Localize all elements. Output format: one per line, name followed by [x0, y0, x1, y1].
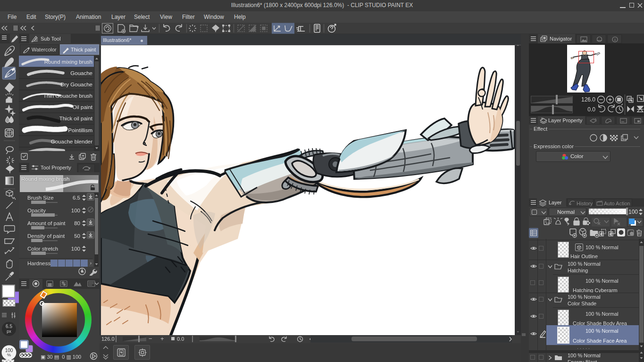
- svg-text:Gouache blender: Gouache blender: [51, 139, 92, 144]
- svg-text:%: %: [7, 353, 11, 357]
- svg-text:Oil paint: Oil paint: [73, 104, 93, 110]
- svg-text:Dry Gouache: Dry Gouache: [60, 82, 92, 87]
- svg-text:Gouache: Gouache: [70, 70, 92, 76]
- svg-text:Pointillism: Pointillism: [68, 127, 92, 133]
- svg-text:Thin Gouache brush: Thin Gouache brush: [43, 93, 92, 99]
- svg-text:Round mixing brush: Round mixing brush: [44, 59, 92, 65]
- svg-text:6.5: 6.5: [6, 324, 12, 329]
- svg-text:px: px: [7, 329, 11, 334]
- svg-text:Thick oil paint: Thick oil paint: [59, 116, 93, 121]
